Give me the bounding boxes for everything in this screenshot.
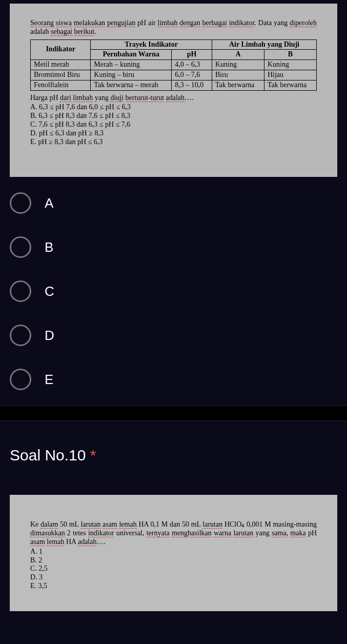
th-ph: pH [172,50,212,60]
q9-choice-a: A. 6,3 ≤ pH 7,6 dan 6,0 ≤ pH ≤ 6,3 [30,103,317,112]
option-label: E [45,372,53,388]
option-c[interactable]: C [10,280,337,302]
section-divider [0,406,347,421]
q10-intro: Ke dalam 50 mL larutan asam lemah HA 0,1… [30,520,317,546]
section-q10: Soal No.10 * Ke dalam 50 mL larutan asam… [0,421,347,611]
option-label: A [45,195,53,211]
q9-choice-d: D. pH ≤ 6,3 dan pH ≥ 8,3 [30,129,317,138]
indicator-table: Indikator Trayek Indikator Air Limbah ya… [30,39,317,91]
option-label: B [45,239,53,255]
q10-choice-a: A. 1 [30,548,317,556]
radio-icon [10,192,31,214]
th-warna: Perubahan Warna [91,50,172,60]
radio-icon [10,236,31,258]
question-title: Soal No.10 * [10,447,337,464]
option-label: C [45,284,54,299]
q9-choice-b: B. 6,3 ≤ pH 8,3 dan 7,6 ≤ pH ≤ 8,3 [30,112,317,120]
option-b[interactable]: B [10,236,337,258]
th-b: B [264,50,316,60]
option-d[interactable]: D [10,325,337,346]
q10-choice-e: E. 3,5 [30,582,317,591]
option-label: D [45,328,54,344]
answer-options: A B C D E [0,177,347,406]
required-mark: * [90,447,96,464]
q9-prompt: Harga pH dari limbah yang diuji berturut… [30,94,317,103]
q10-choice-d: D. 3 [30,573,317,582]
radio-icon [10,369,31,390]
table-row: Bromtimol Biru Kuning – biru 6,0 – 7,6 B… [31,70,317,80]
th-air: Air Limbah yang Diuji [212,39,316,50]
table-row: Metil merah Merah – kuning 4,0 – 6,3 Kun… [31,60,317,70]
question-9-image: Seorang siswa melakukan pengujian pH air… [10,4,337,177]
radio-icon [10,325,31,346]
question-10-image: Ke dalam 50 mL larutan asam lemah HA 0,1… [10,495,337,611]
option-e[interactable]: E [10,369,337,390]
q9-intro: Seorang siswa melakukan pengujian pH air… [30,19,317,36]
th-a: A [212,50,264,60]
q9-choice-c: C. 7,6 ≤ pH 8,3 dan 6,3 ≤ pH ≤ 7,6 [30,120,317,129]
q9-choice-e: E. pH ≥ 8,3 dan pH ≤ 6,3 [30,138,317,147]
radio-icon [10,280,31,302]
q10-choices: A. 1 B. 2 C. 2,5 D. 3 E. 3,5 [30,548,317,591]
table-row: Fenolftalein Tak berwarna – merah 8,3 – … [31,80,317,90]
th-indikator: Indikator [31,39,91,60]
th-trayek: Trayek Indikator [91,39,212,50]
q10-choice-c: C. 2,5 [30,565,317,573]
option-a[interactable]: A [10,192,337,214]
q9-choices: A. 6,3 ≤ pH 7,6 dan 6,0 ≤ pH ≤ 6,3 B. 6,… [30,103,317,146]
q10-choice-b: B. 2 [30,556,317,565]
question-title-text: Soal No.10 [10,447,86,464]
